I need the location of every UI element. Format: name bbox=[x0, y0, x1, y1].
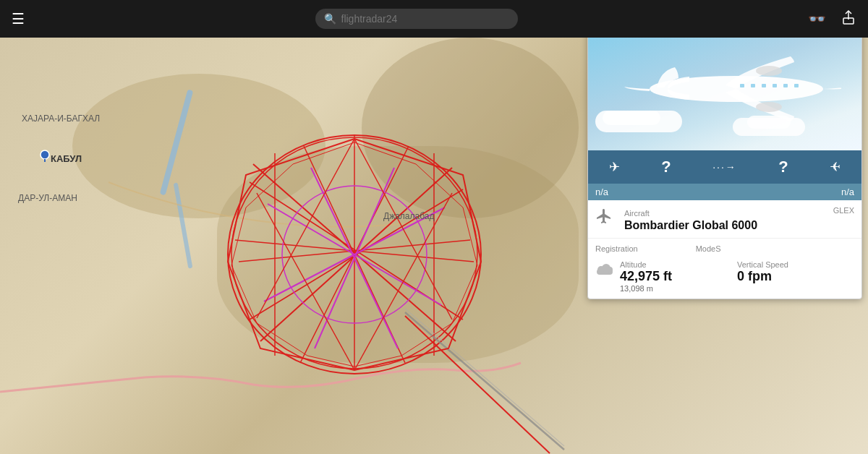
aircraft-silhouette bbox=[610, 42, 841, 136]
map-label-kabul: КАБУЛ bbox=[51, 153, 82, 164]
registration-col: Registration bbox=[595, 244, 638, 253]
cloud-icon-box bbox=[595, 260, 617, 279]
svg-point-29 bbox=[756, 66, 782, 76]
svg-point-30 bbox=[756, 102, 782, 112]
altitude-label: Altitude bbox=[620, 260, 737, 269]
aircraft-info-row: Aircraft GLEX Bombardier Global 6000 bbox=[588, 200, 861, 239]
aircraft-name: Bombardier Global 6000 bbox=[624, 219, 854, 232]
modes-label: ModeS bbox=[696, 244, 721, 253]
nav-left: ☰ bbox=[12, 10, 25, 27]
nav-right: 👓 bbox=[808, 9, 856, 29]
vs-col: Vertical Speed 0 fpm bbox=[737, 260, 854, 293]
info-panel: GLEX bbox=[587, 6, 862, 299]
mountain-area-3 bbox=[362, 38, 579, 218]
svg-rect-35 bbox=[783, 84, 788, 87]
svg-rect-33 bbox=[762, 84, 766, 87]
registration-label: Registration bbox=[595, 244, 638, 253]
nav-arrival-icon[interactable]: ✈ bbox=[830, 159, 841, 175]
reg-modes-row: Registration ModeS bbox=[588, 239, 861, 256]
aircraft-type-label: Aircraft bbox=[624, 209, 650, 218]
aircraft-icon-box bbox=[595, 206, 617, 228]
map-label-darulaman: ДАР-УЛ-АМАН bbox=[18, 193, 77, 203]
binoculars-icon[interactable]: 👓 bbox=[808, 10, 826, 27]
aircraft-image bbox=[588, 35, 861, 150]
map-label-kharaibaghal: ХАJАРА-И-БАГХАЛ bbox=[22, 113, 100, 124]
nav-dest-question[interactable]: ? bbox=[778, 158, 788, 176]
share-icon[interactable] bbox=[841, 9, 856, 29]
aircraft-code-right: GLEX bbox=[833, 206, 854, 215]
svg-rect-32 bbox=[751, 84, 755, 87]
altitude-row: Altitude 42,975 ft 13,098 m Vertical Spe… bbox=[588, 256, 861, 299]
status-left: n/a bbox=[595, 187, 608, 197]
nav-departure-icon[interactable]: ✈ bbox=[609, 159, 620, 175]
altitude-col: Altitude 42,975 ft 13,098 m bbox=[620, 260, 737, 293]
navbar: ☰ 🔍 👓 bbox=[0, 0, 868, 38]
vs-label: Vertical Speed bbox=[737, 260, 854, 269]
status-right: n/a bbox=[841, 187, 854, 197]
search-wrapper: 🔍 bbox=[315, 9, 518, 29]
status-bar: n/a n/a bbox=[588, 184, 861, 200]
svg-rect-31 bbox=[740, 84, 744, 87]
airplane-icon bbox=[595, 207, 613, 225]
svg-rect-34 bbox=[773, 84, 777, 87]
altitude-value: 42,975 ft bbox=[620, 269, 737, 284]
aircraft-details: Aircraft GLEX Bombardier Global 6000 bbox=[624, 206, 854, 232]
nav-route-icon[interactable]: ···→ bbox=[712, 161, 737, 173]
altitude-meters: 13,098 m bbox=[620, 284, 737, 293]
altitude-data: Altitude 42,975 ft 13,098 m Vertical Spe… bbox=[620, 260, 854, 293]
kabul-pin bbox=[40, 150, 50, 166]
map-label-jalalabad: Джалалабад bbox=[383, 211, 434, 221]
cloud-icon bbox=[595, 262, 614, 276]
svg-rect-36 bbox=[794, 84, 799, 87]
svg-point-40 bbox=[607, 267, 613, 273]
search-input[interactable] bbox=[315, 9, 518, 29]
panel-nav: ✈ ? ···→ ? ✈ bbox=[588, 150, 861, 184]
modes-col: ModeS bbox=[696, 244, 721, 253]
vs-value: 0 fpm bbox=[737, 269, 854, 284]
hamburger-icon[interactable]: ☰ bbox=[12, 10, 25, 27]
nav-origin-question[interactable]: ? bbox=[661, 158, 671, 176]
svg-point-27 bbox=[41, 150, 49, 159]
